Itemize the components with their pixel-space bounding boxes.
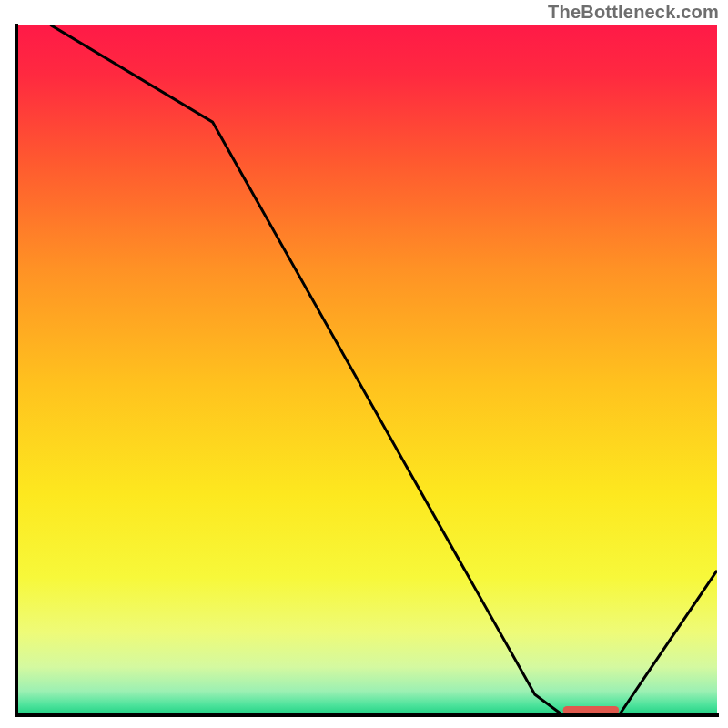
bottleneck-chart	[0, 0, 728, 728]
watermark-label: TheBottleneck.com	[548, 2, 719, 23]
optimal-range-marker	[563, 706, 620, 714]
chart-frame: TheBottleneck.com	[0, 0, 728, 728]
plot-background	[16, 25, 717, 715]
